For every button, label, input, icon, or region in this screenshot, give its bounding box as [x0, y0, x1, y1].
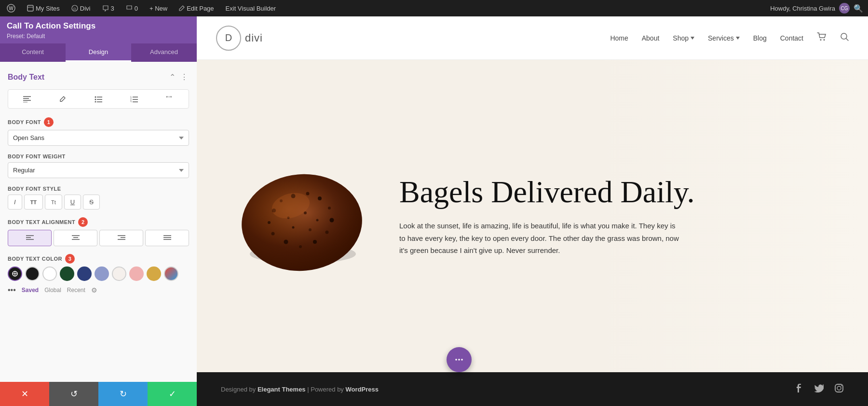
save-btn[interactable]: ✓: [148, 382, 197, 406]
alignment-buttons: [8, 230, 189, 246]
search-icon[interactable]: [840, 32, 849, 43]
color-picker-btn[interactable]: [8, 266, 22, 281]
svg-point-55: [299, 245, 302, 248]
list-icon-btn[interactable]: [81, 92, 115, 106]
svg-point-54: [313, 240, 317, 244]
panel-header: Call To Action Settings Preset: Default: [0, 16, 197, 43]
color-dots[interactable]: •••: [8, 286, 16, 294]
color-swatch-cream[interactable]: [112, 266, 126, 281]
nav-shop[interactable]: Shop: [673, 34, 694, 42]
color-swatch-green[interactable]: [60, 266, 74, 281]
edit-page-link[interactable]: Edit Page: [177, 5, 216, 12]
underline-btn[interactable]: U: [64, 195, 81, 210]
new-link[interactable]: + New: [148, 5, 169, 12]
edit-icon-btn[interactable]: [46, 92, 80, 106]
redo-btn[interactable]: ↻: [98, 382, 148, 406]
uppercase-btn[interactable]: TT: [24, 195, 43, 210]
admin-search-icon[interactable]: 🔍: [854, 4, 863, 13]
text-format-row: 1.2.3. "": [8, 89, 189, 109]
nav-contact[interactable]: Contact: [780, 34, 803, 42]
svg-point-66: [837, 386, 841, 390]
svg-point-49: [306, 192, 310, 196]
counter-badge[interactable]: 3: [100, 5, 116, 12]
panel-footer: ✕ ↺ ↻ ✓: [0, 382, 197, 406]
cancel-btn[interactable]: ✕: [0, 382, 49, 406]
site-footer: Designed by Elegant Themes | Powered by …: [197, 372, 868, 406]
align-center-btn[interactable]: [54, 230, 97, 246]
svg-point-41: [841, 33, 847, 39]
nav-services[interactable]: Services: [708, 34, 740, 42]
instagram-icon[interactable]: [834, 383, 844, 395]
svg-text:3.: 3.: [130, 100, 132, 102]
user-greeting: Howdy, Christina Gwira: [770, 5, 835, 12]
logo-letter: D: [225, 32, 232, 43]
edit-page-label: Edit Page: [187, 5, 214, 12]
color-swatch-lightblue[interactable]: [95, 266, 109, 281]
svg-point-40: [824, 39, 825, 41]
color-swatch-blue[interactable]: [77, 266, 92, 281]
color-settings-icon[interactable]: ⚙: [91, 286, 97, 294]
wordpress-link[interactable]: WordPress: [346, 386, 379, 393]
ordered-list-btn[interactable]: 1.2.3.: [117, 92, 151, 106]
exit-builder-link[interactable]: Exit Visual Builder: [224, 5, 278, 12]
body-font-weight-select[interactable]: Regular Light Bold: [8, 162, 189, 178]
counter-value: 3: [111, 5, 114, 12]
color-swatch-gold[interactable]: [147, 266, 161, 281]
panel-content: Body Text ⌃ ⋮ 1.2.3.: [0, 62, 197, 382]
panel-preset[interactable]: Preset: Default: [7, 33, 190, 40]
body-text-alignment-group: Body Text Alignment 2: [8, 217, 189, 246]
body-text-section-header: Body Text ⌃ ⋮: [8, 71, 189, 83]
strikethrough-btn[interactable]: S: [83, 195, 100, 210]
elegant-themes-link[interactable]: Elegant Themes: [258, 386, 306, 393]
floating-action-btn[interactable]: [447, 347, 472, 372]
quote-btn[interactable]: "": [153, 92, 187, 106]
svg-text:D: D: [73, 7, 76, 11]
twitter-icon[interactable]: [814, 383, 824, 395]
wp-logo[interactable]: W: [5, 4, 17, 13]
cart-icon[interactable]: [817, 32, 827, 43]
font-style-buttons: I TT Tt U S: [8, 195, 189, 210]
collapse-btn[interactable]: ⌃: [168, 71, 176, 83]
align-left-btn[interactable]: [8, 230, 52, 246]
body-font-label: Body Font 1: [8, 117, 189, 127]
svg-text:": ": [169, 96, 172, 102]
my-sites-link[interactable]: My Sites: [25, 5, 62, 12]
comments-link[interactable]: 0: [124, 5, 140, 12]
color-swatch-gradient[interactable]: [164, 266, 178, 281]
nav-about[interactable]: About: [642, 34, 660, 42]
new-label: + New: [149, 5, 167, 12]
color-swatch-white[interactable]: [42, 266, 57, 281]
svg-point-56: [284, 240, 288, 244]
tab-design[interactable]: Design: [66, 43, 131, 62]
recent-tab[interactable]: Recent: [67, 287, 85, 294]
nav-blog[interactable]: Blog: [753, 34, 767, 42]
body-text-title: Body Text: [8, 73, 44, 82]
color-swatch-black[interactable]: [25, 266, 40, 281]
more-options-btn[interactable]: ⋮: [179, 71, 189, 83]
align-right-btn[interactable]: [99, 230, 143, 246]
svg-text:": ": [166, 96, 169, 102]
italic-btn[interactable]: I: [8, 195, 22, 210]
align-justify-btn[interactable]: [145, 230, 189, 246]
global-tab[interactable]: Global: [44, 287, 61, 294]
body-font-weight-group: Body Font Weight Regular Light Bold: [8, 154, 189, 178]
body-font-style-label: Body Font Style: [8, 186, 189, 192]
hero-title: Bagels Delivered Daily.: [399, 175, 829, 209]
facebook-icon[interactable]: [794, 383, 803, 395]
color-swatch-pink[interactable]: [129, 266, 144, 281]
tab-content[interactable]: Content: [0, 43, 66, 62]
svg-point-51: [328, 207, 331, 210]
hero-image: [235, 148, 370, 284]
saved-tab[interactable]: Saved: [22, 287, 39, 294]
panel-title: Call To Action Settings: [7, 21, 190, 31]
tab-advanced[interactable]: Advanced: [131, 43, 197, 62]
logo-text: divi: [245, 32, 263, 44]
user-avatar[interactable]: CG: [839, 3, 850, 14]
capitalize-btn[interactable]: Tt: [45, 195, 62, 210]
body-font-select[interactable]: Open Sans Arial Georgia Roboto: [8, 130, 189, 146]
nav-home[interactable]: Home: [610, 34, 628, 42]
divi-link[interactable]: D Divi: [69, 5, 93, 12]
undo-btn[interactable]: ↺: [49, 382, 98, 406]
align-icon-btn[interactable]: [10, 92, 44, 106]
svg-point-69: [458, 359, 460, 361]
